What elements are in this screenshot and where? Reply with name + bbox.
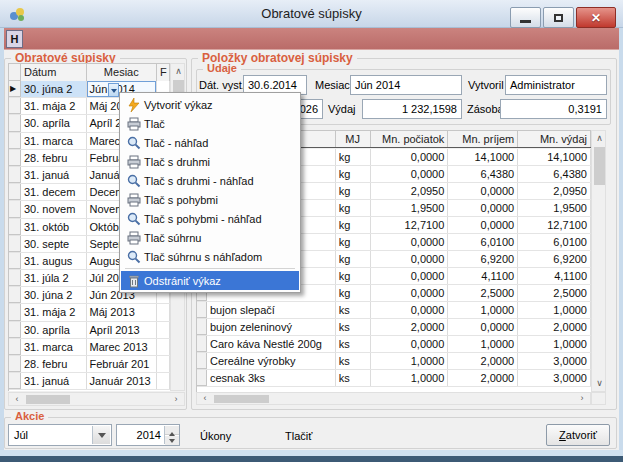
row-selector-cell[interactable] bbox=[9, 184, 21, 200]
mj-cell[interactable]: kg bbox=[336, 268, 371, 284]
name-cell[interactable]: Cereálne výrobky bbox=[207, 353, 336, 369]
maximize-button[interactable] bbox=[543, 7, 574, 28]
left-header-f[interactable]: F bbox=[157, 63, 170, 81]
items-header-mj[interactable]: MJ bbox=[336, 130, 371, 147]
context-menu-item[interactable]: Tlač súhrnu s náhľadom bbox=[121, 247, 299, 266]
mj-cell[interactable]: kg bbox=[336, 166, 371, 182]
spin-up-icon[interactable] bbox=[165, 426, 179, 435]
datum-cell[interactable]: 31. decem bbox=[21, 184, 87, 200]
prijem-cell[interactable]: 6,4380 bbox=[448, 166, 518, 182]
chevron-down-icon[interactable] bbox=[92, 426, 110, 444]
f-cell[interactable] bbox=[157, 339, 170, 355]
datum-cell[interactable]: 28. febru bbox=[21, 356, 87, 372]
f-cell[interactable] bbox=[157, 304, 170, 320]
h-button[interactable]: H bbox=[6, 30, 23, 48]
items-header-vydaj[interactable]: Mn. výdaj bbox=[518, 130, 591, 147]
prijem-cell[interactable]: 0,0000 bbox=[448, 183, 518, 199]
vydaj-cell[interactable]: 2,0000 bbox=[518, 319, 591, 335]
row-selector-cell[interactable] bbox=[9, 201, 21, 217]
vydaj-cell[interactable]: 6,4380 bbox=[518, 166, 591, 182]
mesiac-cell[interactable]: Február 201 bbox=[87, 356, 158, 372]
prijem-cell[interactable]: 6,9200 bbox=[448, 251, 518, 267]
prijem-cell[interactable]: 6,0100 bbox=[448, 234, 518, 250]
mj-cell[interactable]: kg bbox=[336, 234, 371, 250]
table-row[interactable]: cesnak 3ks ks 1,0000 2,0000 3,0000 bbox=[197, 370, 591, 387]
context-menu-item[interactable]: Tlač súhrnu bbox=[121, 228, 299, 247]
mj-cell[interactable]: ks bbox=[336, 302, 371, 318]
left-header-mesiac[interactable]: Mesiac bbox=[87, 63, 158, 81]
pociatok-cell[interactable]: 1,0000 bbox=[371, 370, 449, 386]
row-selector-cell[interactable] bbox=[9, 339, 21, 355]
mj-cell[interactable]: ks bbox=[336, 319, 371, 335]
items-header-pociatok[interactable]: Mn. počiatok bbox=[371, 130, 449, 147]
pociatok-cell[interactable]: 0,0000 bbox=[371, 285, 449, 301]
vydaj-cell[interactable]: 2,5000 bbox=[518, 285, 591, 301]
name-cell[interactable]: Caro káva Nestlé 200g bbox=[207, 336, 336, 352]
vydaj-cell[interactable]: 3,0000 bbox=[518, 370, 591, 386]
row-selector-cell[interactable] bbox=[9, 322, 21, 338]
prijem-cell[interactable]: 1,0000 bbox=[448, 302, 518, 318]
datum-cell[interactable]: 31. mája 2 bbox=[21, 98, 87, 114]
table-row[interactable]: Cereálne výrobky ks 1,0000 2,0000 3,0000 bbox=[197, 353, 591, 370]
table-row[interactable]: Caro káva Nestlé 200g ks 0,0000 1,0000 1… bbox=[197, 336, 591, 353]
pociatok-cell[interactable]: 0,0000 bbox=[371, 251, 449, 267]
items-vscrollbar[interactable]: ∧ ∨ bbox=[591, 130, 606, 392]
context-menu-item[interactable]: Tlač s pohybmi bbox=[121, 190, 299, 209]
datum-cell[interactable]: 31. októb bbox=[21, 219, 87, 235]
row-selector-cell[interactable] bbox=[9, 270, 21, 286]
prijem-cell[interactable]: 14,1000 bbox=[448, 149, 518, 165]
context-menu-item[interactable]: Tlač s pohybmi - náhľad bbox=[121, 209, 299, 228]
scroll-up-icon[interactable]: ∧ bbox=[171, 66, 186, 77]
mesiac-cell[interactable]: Máj 2013 bbox=[87, 304, 158, 320]
vydaj-cell[interactable]: 1,0000 bbox=[518, 302, 591, 318]
left-table-row[interactable]: 28. febru Február 201 bbox=[9, 356, 170, 373]
mesiac-cell[interactable]: Apríl 2013 bbox=[87, 322, 158, 338]
datum-cell[interactable]: 30. apríla bbox=[21, 115, 87, 131]
scroll-up-icon[interactable]: ∧ bbox=[592, 133, 607, 144]
datum-cell[interactable]: 31. mája 2 bbox=[21, 304, 87, 320]
mj-cell[interactable]: kg bbox=[336, 251, 371, 267]
year-stepper[interactable]: 2014 bbox=[116, 424, 180, 446]
vydaj-cell[interactable]: 1,9500 bbox=[518, 200, 591, 216]
pociatok-cell[interactable]: 0,0000 bbox=[371, 268, 449, 284]
name-cell[interactable]: bujon zeleninový bbox=[207, 319, 336, 335]
row-selector-cell[interactable] bbox=[9, 150, 21, 166]
row-selector-cell[interactable] bbox=[9, 253, 21, 269]
datum-cell[interactable]: 30. júna 2 bbox=[21, 81, 87, 97]
f-cell[interactable] bbox=[157, 356, 170, 372]
mesiac-editor-dropdown-button[interactable] bbox=[108, 83, 119, 97]
prijem-cell[interactable]: 1,0000 bbox=[448, 336, 518, 352]
prijem-cell[interactable]: 2,5000 bbox=[448, 285, 518, 301]
mj-cell[interactable]: kg bbox=[336, 285, 371, 301]
context-menu-item[interactable]: Vytvoriť výkaz bbox=[121, 95, 299, 114]
mj-cell[interactable]: kg bbox=[336, 217, 371, 233]
scroll-left-icon[interactable]: ‹ bbox=[11, 394, 23, 405]
row-selector-cell[interactable] bbox=[197, 353, 207, 369]
context-menu-item-delete[interactable]: Odstrániť výkaz bbox=[121, 271, 299, 290]
row-selector-cell[interactable] bbox=[9, 115, 21, 131]
prijem-cell[interactable]: 0,0000 bbox=[448, 319, 518, 335]
scroll-down-icon[interactable]: ∨ bbox=[592, 378, 607, 389]
table-row[interactable]: bujon slepačí ks 0,0000 1,0000 1,0000 bbox=[197, 302, 591, 319]
pociatok-cell[interactable]: 2,0950 bbox=[371, 183, 449, 199]
row-selector-cell[interactable] bbox=[197, 319, 207, 335]
datum-cell[interactable]: 28. febru bbox=[21, 150, 87, 166]
pociatok-cell[interactable]: 0,0000 bbox=[371, 302, 449, 318]
vytvoril-field[interactable]: Administrator bbox=[505, 75, 607, 95]
datum-cell[interactable]: 31. januá bbox=[21, 373, 87, 389]
left-hscrollbar[interactable]: ‹ › bbox=[8, 392, 185, 406]
mesiac-cell[interactable]: Január 2013 bbox=[87, 373, 158, 389]
zasoba-field[interactable]: 0,3191 bbox=[500, 99, 607, 119]
vydaj-cell[interactable]: 12,7100 bbox=[518, 217, 591, 233]
prijem-cell[interactable]: 0,0000 bbox=[448, 200, 518, 216]
vydaj-cell[interactable]: 6,9200 bbox=[518, 251, 591, 267]
context-menu-item[interactable]: Tlač s druhmi bbox=[121, 152, 299, 171]
scroll-right-icon[interactable]: › bbox=[170, 394, 182, 405]
context-menu-item[interactable]: Tlač bbox=[121, 114, 299, 133]
mj-cell[interactable]: ks bbox=[336, 336, 371, 352]
datum-cell[interactable]: 31. marca bbox=[21, 339, 87, 355]
row-selector-cell[interactable] bbox=[9, 287, 21, 303]
pociatok-cell[interactable]: 12,7100 bbox=[371, 217, 449, 233]
row-selector-cell[interactable] bbox=[9, 236, 21, 252]
items-hscroll-thumb[interactable] bbox=[214, 395, 269, 403]
